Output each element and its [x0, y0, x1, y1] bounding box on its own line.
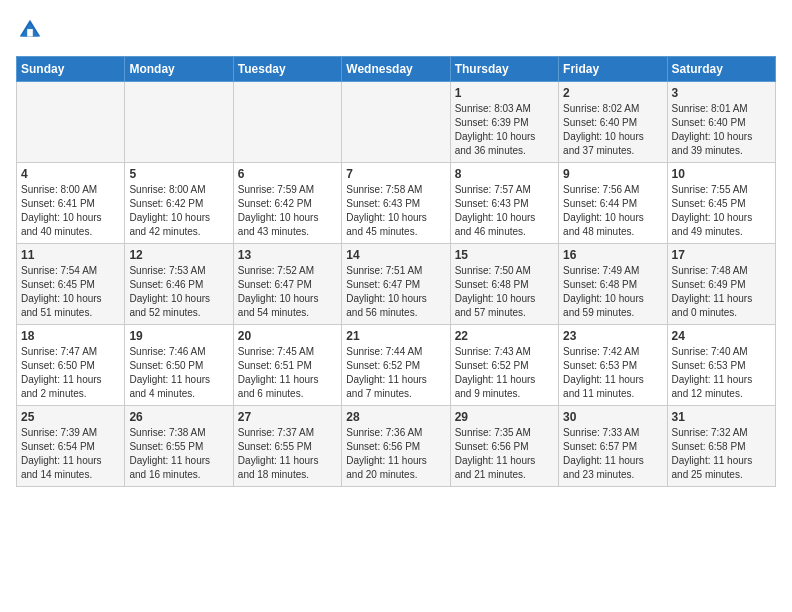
calendar-cell: 13 Sunrise: 7:52 AMSunset: 6:47 PMDaylig…: [233, 244, 341, 325]
calendar-cell: 20 Sunrise: 7:45 AMSunset: 6:51 PMDaylig…: [233, 325, 341, 406]
calendar-cell: 18 Sunrise: 7:47 AMSunset: 6:50 PMDaylig…: [17, 325, 125, 406]
day-info: Sunrise: 7:33 AMSunset: 6:57 PMDaylight:…: [563, 426, 662, 482]
day-number: 25: [21, 410, 120, 424]
calendar-cell: [17, 82, 125, 163]
day-info: Sunrise: 7:36 AMSunset: 6:56 PMDaylight:…: [346, 426, 445, 482]
day-info: Sunrise: 7:46 AMSunset: 6:50 PMDaylight:…: [129, 345, 228, 401]
weekday-header-monday: Monday: [125, 57, 233, 82]
day-info: Sunrise: 7:37 AMSunset: 6:55 PMDaylight:…: [238, 426, 337, 482]
day-info: Sunrise: 7:47 AMSunset: 6:50 PMDaylight:…: [21, 345, 120, 401]
calendar-cell: 16 Sunrise: 7:49 AMSunset: 6:48 PMDaylig…: [559, 244, 667, 325]
day-number: 23: [563, 329, 662, 343]
day-number: 24: [672, 329, 771, 343]
day-info: Sunrise: 7:57 AMSunset: 6:43 PMDaylight:…: [455, 183, 554, 239]
day-info: Sunrise: 8:02 AMSunset: 6:40 PMDaylight:…: [563, 102, 662, 158]
calendar-cell: 10 Sunrise: 7:55 AMSunset: 6:45 PMDaylig…: [667, 163, 775, 244]
calendar-cell: 3 Sunrise: 8:01 AMSunset: 6:40 PMDayligh…: [667, 82, 775, 163]
day-info: Sunrise: 7:35 AMSunset: 6:56 PMDaylight:…: [455, 426, 554, 482]
calendar-cell: 1 Sunrise: 8:03 AMSunset: 6:39 PMDayligh…: [450, 82, 558, 163]
calendar-cell: 23 Sunrise: 7:42 AMSunset: 6:53 PMDaylig…: [559, 325, 667, 406]
weekday-header-friday: Friday: [559, 57, 667, 82]
calendar-cell: 11 Sunrise: 7:54 AMSunset: 6:45 PMDaylig…: [17, 244, 125, 325]
day-number: 14: [346, 248, 445, 262]
day-number: 20: [238, 329, 337, 343]
calendar-cell: 27 Sunrise: 7:37 AMSunset: 6:55 PMDaylig…: [233, 406, 341, 487]
weekday-header-thursday: Thursday: [450, 57, 558, 82]
day-number: 4: [21, 167, 120, 181]
day-number: 31: [672, 410, 771, 424]
day-info: Sunrise: 7:38 AMSunset: 6:55 PMDaylight:…: [129, 426, 228, 482]
day-info: Sunrise: 7:43 AMSunset: 6:52 PMDaylight:…: [455, 345, 554, 401]
calendar-cell: 29 Sunrise: 7:35 AMSunset: 6:56 PMDaylig…: [450, 406, 558, 487]
day-info: Sunrise: 8:03 AMSunset: 6:39 PMDaylight:…: [455, 102, 554, 158]
calendar-cell: 26 Sunrise: 7:38 AMSunset: 6:55 PMDaylig…: [125, 406, 233, 487]
day-number: 8: [455, 167, 554, 181]
weekday-header-sunday: Sunday: [17, 57, 125, 82]
calendar-cell: 15 Sunrise: 7:50 AMSunset: 6:48 PMDaylig…: [450, 244, 558, 325]
calendar-cell: 5 Sunrise: 8:00 AMSunset: 6:42 PMDayligh…: [125, 163, 233, 244]
day-info: Sunrise: 7:50 AMSunset: 6:48 PMDaylight:…: [455, 264, 554, 320]
day-number: 10: [672, 167, 771, 181]
day-info: Sunrise: 7:56 AMSunset: 6:44 PMDaylight:…: [563, 183, 662, 239]
day-number: 11: [21, 248, 120, 262]
weekday-header-tuesday: Tuesday: [233, 57, 341, 82]
calendar-cell: 17 Sunrise: 7:48 AMSunset: 6:49 PMDaylig…: [667, 244, 775, 325]
day-number: 9: [563, 167, 662, 181]
calendar-cell: 9 Sunrise: 7:56 AMSunset: 6:44 PMDayligh…: [559, 163, 667, 244]
calendar-cell: 22 Sunrise: 7:43 AMSunset: 6:52 PMDaylig…: [450, 325, 558, 406]
day-info: Sunrise: 7:49 AMSunset: 6:48 PMDaylight:…: [563, 264, 662, 320]
day-info: Sunrise: 7:32 AMSunset: 6:58 PMDaylight:…: [672, 426, 771, 482]
day-number: 28: [346, 410, 445, 424]
day-number: 3: [672, 86, 771, 100]
calendar-cell: 30 Sunrise: 7:33 AMSunset: 6:57 PMDaylig…: [559, 406, 667, 487]
day-number: 12: [129, 248, 228, 262]
day-number: 1: [455, 86, 554, 100]
calendar-cell: [342, 82, 450, 163]
calendar-cell: 19 Sunrise: 7:46 AMSunset: 6:50 PMDaylig…: [125, 325, 233, 406]
calendar-week-row: 18 Sunrise: 7:47 AMSunset: 6:50 PMDaylig…: [17, 325, 776, 406]
calendar-cell: 8 Sunrise: 7:57 AMSunset: 6:43 PMDayligh…: [450, 163, 558, 244]
calendar-cell: [125, 82, 233, 163]
weekday-header-saturday: Saturday: [667, 57, 775, 82]
day-info: Sunrise: 7:42 AMSunset: 6:53 PMDaylight:…: [563, 345, 662, 401]
calendar-cell: 2 Sunrise: 8:02 AMSunset: 6:40 PMDayligh…: [559, 82, 667, 163]
day-number: 15: [455, 248, 554, 262]
day-number: 2: [563, 86, 662, 100]
svg-rect-2: [27, 29, 33, 36]
calendar-cell: 14 Sunrise: 7:51 AMSunset: 6:47 PMDaylig…: [342, 244, 450, 325]
day-info: Sunrise: 7:55 AMSunset: 6:45 PMDaylight:…: [672, 183, 771, 239]
day-number: 16: [563, 248, 662, 262]
day-info: Sunrise: 7:44 AMSunset: 6:52 PMDaylight:…: [346, 345, 445, 401]
day-info: Sunrise: 7:39 AMSunset: 6:54 PMDaylight:…: [21, 426, 120, 482]
day-info: Sunrise: 7:51 AMSunset: 6:47 PMDaylight:…: [346, 264, 445, 320]
calendar-cell: 7 Sunrise: 7:58 AMSunset: 6:43 PMDayligh…: [342, 163, 450, 244]
calendar-week-row: 4 Sunrise: 8:00 AMSunset: 6:41 PMDayligh…: [17, 163, 776, 244]
day-info: Sunrise: 7:48 AMSunset: 6:49 PMDaylight:…: [672, 264, 771, 320]
day-number: 21: [346, 329, 445, 343]
page-header: [16, 16, 776, 44]
day-number: 7: [346, 167, 445, 181]
day-info: Sunrise: 7:52 AMSunset: 6:47 PMDaylight:…: [238, 264, 337, 320]
calendar-cell: 24 Sunrise: 7:40 AMSunset: 6:53 PMDaylig…: [667, 325, 775, 406]
day-number: 30: [563, 410, 662, 424]
calendar-cell: 25 Sunrise: 7:39 AMSunset: 6:54 PMDaylig…: [17, 406, 125, 487]
logo-icon: [16, 16, 44, 44]
calendar-cell: [233, 82, 341, 163]
day-info: Sunrise: 8:00 AMSunset: 6:42 PMDaylight:…: [129, 183, 228, 239]
day-number: 13: [238, 248, 337, 262]
calendar-cell: 21 Sunrise: 7:44 AMSunset: 6:52 PMDaylig…: [342, 325, 450, 406]
day-info: Sunrise: 8:00 AMSunset: 6:41 PMDaylight:…: [21, 183, 120, 239]
calendar-cell: 6 Sunrise: 7:59 AMSunset: 6:42 PMDayligh…: [233, 163, 341, 244]
day-info: Sunrise: 8:01 AMSunset: 6:40 PMDaylight:…: [672, 102, 771, 158]
day-number: 29: [455, 410, 554, 424]
day-info: Sunrise: 7:45 AMSunset: 6:51 PMDaylight:…: [238, 345, 337, 401]
calendar-cell: 4 Sunrise: 8:00 AMSunset: 6:41 PMDayligh…: [17, 163, 125, 244]
weekday-header-wednesday: Wednesday: [342, 57, 450, 82]
day-number: 22: [455, 329, 554, 343]
day-number: 19: [129, 329, 228, 343]
calendar-week-row: 11 Sunrise: 7:54 AMSunset: 6:45 PMDaylig…: [17, 244, 776, 325]
day-info: Sunrise: 7:54 AMSunset: 6:45 PMDaylight:…: [21, 264, 120, 320]
day-info: Sunrise: 7:59 AMSunset: 6:42 PMDaylight:…: [238, 183, 337, 239]
logo: [16, 16, 48, 44]
calendar-week-row: 25 Sunrise: 7:39 AMSunset: 6:54 PMDaylig…: [17, 406, 776, 487]
